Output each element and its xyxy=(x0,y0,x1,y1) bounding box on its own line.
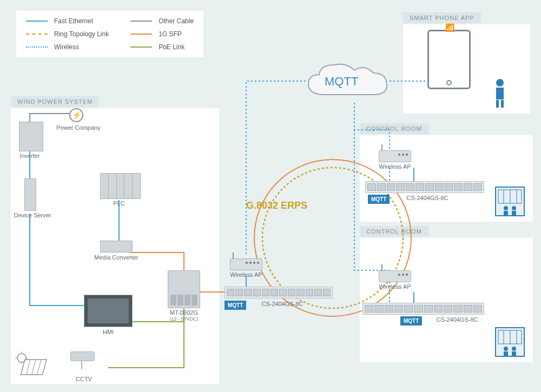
legend-line-icon xyxy=(26,34,48,35)
hmi-label: HMI xyxy=(100,329,116,335)
solar-panel-icon xyxy=(14,351,51,383)
switch-left-icon xyxy=(225,287,333,298)
legend-line-icon xyxy=(26,21,48,22)
switch-cr1-icon xyxy=(365,181,484,193)
svg-rect-22 xyxy=(504,211,508,215)
legend-line-icon xyxy=(130,21,152,22)
legend-label: Wireless xyxy=(54,43,79,51)
mt0802g-label: MT-0802G xyxy=(165,309,203,316)
person-icon xyxy=(492,78,507,112)
inverter-label: Inverter xyxy=(14,152,46,159)
erps-label: G.8032 ERPS xyxy=(246,200,307,211)
wireless-ap-label: Wireless AP xyxy=(376,163,414,170)
device-server-icon xyxy=(24,178,36,211)
plc-label: PLC xyxy=(108,200,130,207)
svg-point-28 xyxy=(504,347,508,351)
device-server-label: Device Server xyxy=(11,212,54,218)
panel-title: CONTROL ROOM xyxy=(360,123,428,134)
svg-rect-31 xyxy=(512,351,516,356)
legend-label: 1G SFP xyxy=(159,30,182,38)
wireless-ap-icon xyxy=(379,150,411,162)
power-company-label: Power Company xyxy=(54,124,103,131)
operator-station-icon xyxy=(495,187,525,216)
svg-line-9 xyxy=(26,360,30,375)
legend-label: Fast Ethernet xyxy=(54,17,93,25)
switch-cr2-icon xyxy=(362,303,484,315)
mqtt-badge: MQTT xyxy=(368,195,390,204)
media-converter-icon xyxy=(100,241,133,253)
svg-rect-15 xyxy=(501,100,504,108)
plc-icon xyxy=(100,173,141,199)
panel-title: WIND POWER SYSTEM xyxy=(11,96,99,107)
legend-1g-sfp: 1G SFP xyxy=(130,30,194,38)
svg-line-11 xyxy=(37,360,41,375)
legend-wireless: Wireless xyxy=(26,43,109,51)
svg-point-20 xyxy=(504,206,508,210)
mqtt-badge: MQTT xyxy=(225,301,246,310)
switch-model-label: CS-2404GS-8C xyxy=(400,195,454,201)
panel-title: SMART PHONE APP xyxy=(403,12,481,23)
legend-label: Other Cable xyxy=(159,17,194,25)
wireless-ap-icon xyxy=(379,270,411,282)
legend-other-cable: Other Cable xyxy=(130,17,194,25)
switch-model-label: CS-2404GS-8C xyxy=(255,301,309,307)
tablet-icon: 📶 xyxy=(427,30,471,89)
cctv-label: CCTV xyxy=(73,376,95,382)
cctv-icon xyxy=(70,351,103,368)
svg-point-12 xyxy=(496,79,504,87)
svg-line-10 xyxy=(31,360,36,375)
legend-box: Fast Ethernet Ring Topology Link Wireles… xyxy=(16,11,203,57)
inverter-icon xyxy=(19,122,43,151)
svg-rect-13 xyxy=(496,88,504,99)
svg-point-21 xyxy=(512,206,516,210)
legend-line-icon xyxy=(130,34,152,35)
legend-label: PoE Link xyxy=(159,43,184,51)
wireless-ap-icon xyxy=(230,258,262,270)
legend-line-icon xyxy=(26,46,48,48)
svg-point-29 xyxy=(512,347,516,351)
legend-ring-topology: Ring Topology Link xyxy=(26,30,109,38)
legend-label: Ring Topology Link xyxy=(54,30,109,38)
operator-station-icon xyxy=(495,327,525,357)
mt0802g-icon xyxy=(168,270,200,308)
legend-line-icon xyxy=(130,46,152,48)
legend-poe-link: PoE Link xyxy=(130,43,194,51)
legend-fast-ethernet: Fast Ethernet xyxy=(26,17,109,25)
svg-rect-30 xyxy=(504,351,508,356)
mt0802g-sublabel: (12 - 57VDC) xyxy=(165,316,203,322)
switch-model-label: CS-2404GS-8C xyxy=(430,316,484,323)
wireless-ap-label: Wireless AP xyxy=(227,271,265,278)
media-converter-label: Media Converter xyxy=(89,254,143,261)
legend-col-1: Fast Ethernet Ring Topology Link Wireles… xyxy=(26,17,109,51)
legend-col-2: Other Cable 1G SFP PoE Link xyxy=(130,17,194,51)
panel-title: CONTROL ROOM xyxy=(360,226,428,237)
svg-rect-14 xyxy=(496,100,499,108)
cloud-label: MQTT xyxy=(325,75,358,89)
hmi-icon xyxy=(84,295,133,327)
mqtt-badge: MQTT xyxy=(400,316,422,325)
wireless-ap-label: Wireless AP xyxy=(376,283,414,290)
power-company-icon: ⚡ xyxy=(69,108,83,122)
svg-rect-23 xyxy=(512,211,516,215)
